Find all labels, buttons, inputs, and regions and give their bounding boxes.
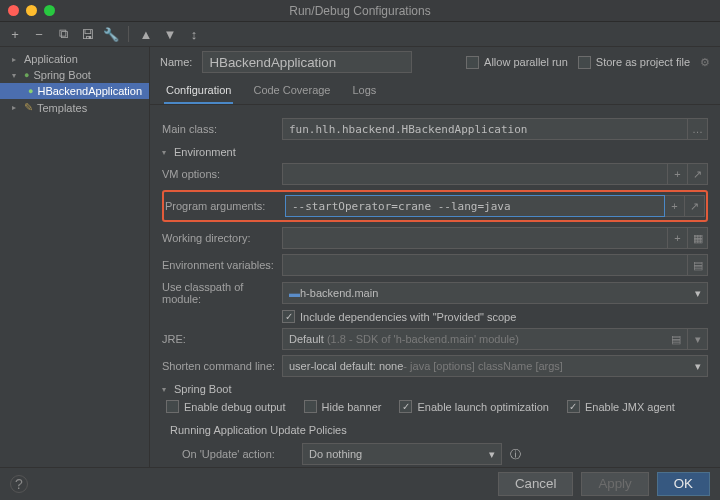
- footer: ? Cancel Apply OK: [0, 467, 720, 499]
- name-bar: Name: Allow parallel run Store as projec…: [150, 47, 720, 77]
- config-tree: ▸Application ▾●Spring Boot ●HBackendAppl…: [0, 47, 150, 467]
- tree-application[interactable]: ▸Application: [0, 51, 149, 67]
- shorten-select[interactable]: user-local default: none - java [options…: [282, 355, 708, 377]
- jre-label: JRE:: [162, 333, 282, 345]
- add-icon[interactable]: +: [668, 163, 688, 185]
- toolbar: + − ⧉ 🖫 🔧 ▲ ▼ ↕: [0, 22, 720, 47]
- working-dir-label: Working directory:: [162, 232, 282, 244]
- update-policies-label: Running Application Update Policies: [162, 418, 708, 438]
- name-input[interactable]: [202, 51, 412, 73]
- traffic-lights: [8, 5, 55, 16]
- classpath-label: Use classpath of module:: [162, 281, 282, 305]
- tab-code-coverage[interactable]: Code Coverage: [251, 81, 332, 104]
- environment-section[interactable]: ▾Environment: [162, 146, 708, 158]
- tab-configuration[interactable]: Configuration: [164, 81, 233, 104]
- tree-templates[interactable]: ▸✎Templates: [0, 99, 149, 116]
- form-panel: Main class: fun.hlh.hbackend.HBackendApp…: [150, 105, 720, 467]
- enable-debug-checkbox[interactable]: Enable debug output: [166, 400, 286, 413]
- separator: [128, 26, 129, 42]
- vm-options-field[interactable]: [282, 163, 668, 185]
- help-icon[interactable]: ⓘ: [510, 447, 521, 462]
- apply-button[interactable]: Apply: [581, 472, 648, 496]
- add-icon[interactable]: +: [668, 227, 688, 249]
- maximize-window-icon[interactable]: [44, 5, 55, 16]
- tree-springboot[interactable]: ▾●Spring Boot: [0, 67, 149, 83]
- tree-hbackendapplication[interactable]: ●HBackendApplication: [0, 83, 149, 99]
- working-dir-field[interactable]: [282, 227, 668, 249]
- tabs: Configuration Code Coverage Logs: [150, 77, 720, 105]
- hide-banner-checkbox[interactable]: Hide banner: [304, 400, 382, 413]
- expand-icon[interactable]: ↕: [185, 25, 203, 43]
- tree-label: Templates: [37, 102, 87, 114]
- shorten-label: Shorten command line:: [162, 360, 282, 372]
- jre-dropdown-icon[interactable]: ▾: [688, 328, 708, 350]
- tree-label: HBackendApplication: [37, 85, 142, 97]
- main-class-label: Main class:: [162, 123, 282, 135]
- on-update-select[interactable]: Do nothing▾: [302, 443, 502, 465]
- titlebar: Run/Debug Configurations: [0, 0, 720, 22]
- name-label: Name:: [160, 56, 192, 68]
- program-args-highlight: Program arguments: --startOperator=crane…: [162, 190, 708, 222]
- classpath-select[interactable]: ▬ h-backend.main▾: [282, 282, 708, 304]
- enable-jmx-checkbox[interactable]: ✓Enable JMX agent: [567, 400, 675, 413]
- include-deps-checkbox[interactable]: ✓Include dependencies with "Provided" sc…: [282, 310, 516, 323]
- copy-config-icon[interactable]: ⧉: [54, 25, 72, 43]
- window-title: Run/Debug Configurations: [0, 4, 720, 18]
- program-args-field[interactable]: --startOperator=crane --lang=java: [285, 195, 665, 217]
- expand-field-icon[interactable]: ↗: [685, 195, 705, 217]
- vm-options-label: VM options:: [162, 168, 282, 180]
- allow-parallel-checkbox[interactable]: Allow parallel run: [466, 56, 568, 69]
- jre-select[interactable]: Default (1.8 - SDK of 'h-backend.main' m…: [282, 328, 688, 350]
- tree-label: Application: [24, 53, 78, 65]
- main-class-field[interactable]: fun.hlh.hbackend.HBackendApplication: [282, 118, 688, 140]
- env-vars-field[interactable]: [282, 254, 688, 276]
- springboot-section[interactable]: ▾Spring Boot: [162, 383, 708, 395]
- close-window-icon[interactable]: [8, 5, 19, 16]
- tab-logs[interactable]: Logs: [351, 81, 379, 104]
- add-icon[interactable]: +: [665, 195, 685, 217]
- expand-field-icon[interactable]: ↗: [688, 163, 708, 185]
- move-up-icon[interactable]: ▲: [137, 25, 155, 43]
- remove-config-icon[interactable]: −: [30, 25, 48, 43]
- save-template-icon[interactable]: 🖫: [78, 25, 96, 43]
- on-update-label: On 'Update' action:: [182, 448, 302, 460]
- gear-icon[interactable]: ⚙: [700, 56, 710, 69]
- enable-launch-checkbox[interactable]: ✓Enable launch optimization: [399, 400, 548, 413]
- browse-class-button[interactable]: …: [688, 118, 708, 140]
- wrench-icon[interactable]: 🔧: [102, 25, 120, 43]
- browse-env-icon[interactable]: ▤: [688, 254, 708, 276]
- browse-icon[interactable]: ▦: [688, 227, 708, 249]
- program-args-label: Program arguments:: [165, 200, 285, 212]
- minimize-window-icon[interactable]: [26, 5, 37, 16]
- env-vars-label: Environment variables:: [162, 259, 282, 271]
- tree-label: Spring Boot: [33, 69, 90, 81]
- cancel-button[interactable]: Cancel: [498, 472, 574, 496]
- help-button[interactable]: ?: [10, 475, 28, 493]
- ok-button[interactable]: OK: [657, 472, 710, 496]
- store-project-checkbox[interactable]: Store as project file: [578, 56, 690, 69]
- add-config-icon[interactable]: +: [6, 25, 24, 43]
- move-down-icon[interactable]: ▼: [161, 25, 179, 43]
